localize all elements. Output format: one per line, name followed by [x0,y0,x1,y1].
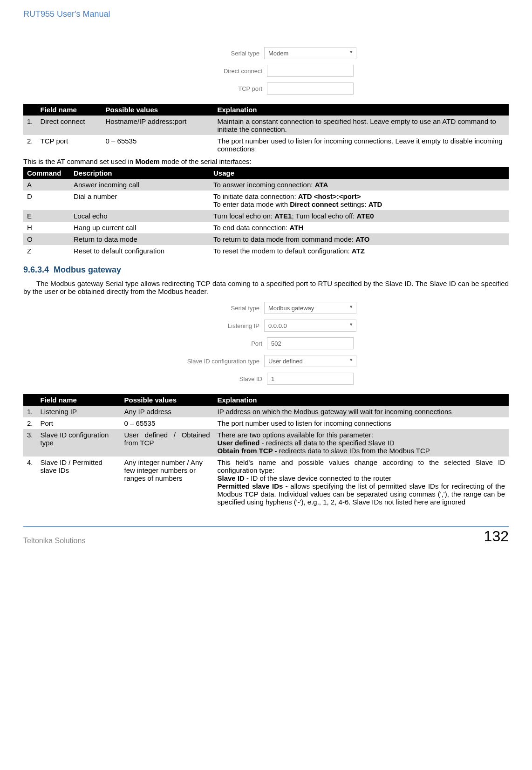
expl-text: - redirects all data to the specified Sl… [259,439,394,447]
serial-type-select[interactable] [264,47,356,59]
cell-num: 3. [23,429,37,457]
table-header-row: Field name Possible values Explanation [23,394,509,406]
col-blank [23,104,37,116]
serial-type-label: Serial type [176,50,259,57]
expl-bold: Obtain from TCP - [218,447,279,455]
serial-type-select[interactable] [264,302,356,314]
cell-usage: To end data connection: ATH [210,222,509,233]
page-header-title: RUT955 User's Manual [23,9,509,19]
at-intro-pre: This is the AT command set used in [23,157,135,165]
expl-bold: Permitted slave IDs [218,482,283,490]
expl-pre: This field's name and possible values ch… [218,458,505,474]
section-number: 9.6.3.4 [23,265,49,274]
cell-cmd: O [23,233,70,245]
cell-num: 4. [23,457,37,508]
slave-cfg-select[interactable] [264,355,356,367]
cell-expl: IP address on which the Modbus gateway w… [214,406,509,417]
cell-expl: This field's name and possible values ch… [214,457,509,508]
cell-field: TCP port [37,135,102,155]
port-input[interactable] [267,337,354,349]
cell-usage: To initiate data connection: ATD <host>:… [210,191,509,210]
cell-field: Slave ID configuration type [37,429,121,457]
col-cmd: Command [23,167,70,179]
usage-bold: ATO [355,235,369,243]
cell-values: Any integer number / Any few integer num… [121,457,214,508]
usage-bold: ATH [289,224,303,232]
expl-pre: There are two options available for this… [218,431,373,439]
cell-values: 0 – 65535 [102,135,214,155]
port-row: Port [178,337,354,349]
modbus-form: Serial type Listening IP Port Slave ID c… [23,302,509,385]
col-desc: Description [70,167,210,179]
usage-bold: ATZ [352,247,365,255]
cell-desc: Return to data mode [70,233,210,245]
page-footer: Teltonika Solutions 132 [23,526,509,545]
table-header-row: Field name Possible values Explanation [23,104,509,116]
cell-field: Slave ID / Permitted slave IDs [37,457,121,508]
cell-values: User defined / Obtained from TCP [121,429,214,457]
usage-mid: ; Turn local echo off: [292,212,356,220]
table-row: A Answer incoming call To answer incomin… [23,179,509,191]
usage-bold2: ATE0 [356,212,374,220]
col-field: Field name [37,104,102,116]
serial-type-select-wrap [264,47,356,59]
col-expl: Explanation [214,394,509,406]
section-paragraph: The Modbus gateway Serial type allows re… [23,279,509,295]
usage-pre: To initiate data connection: [213,192,298,200]
cell-expl: Maintain a constant connection to specif… [214,116,509,135]
col-values: Possible values [102,104,214,116]
usage-pre: To return to data mode from command mode… [213,235,355,243]
col-usage: Usage [210,167,509,179]
table-row: 2. TCP port 0 – 65535 The port number us… [23,135,509,155]
usage-bold: ATD <host>:<port> [298,192,361,200]
expl-bold: User defined [218,439,260,447]
cell-usage: To answer incoming connection: ATA [210,179,509,191]
cell-cmd: D [23,191,70,210]
direct-connect-row: Direct connect [178,65,354,77]
modem-form: Serial type Direct connect TCP port [23,47,509,95]
cell-expl: The port number used to listen for incom… [214,135,509,155]
cell-desc: Answer incoming call [70,179,210,191]
footer-company: Teltonika Solutions [23,535,85,545]
usage-bold: Direct connect [290,200,338,208]
cell-usage: To return to data mode from command mode… [210,233,509,245]
slave-id-input[interactable] [267,373,354,385]
expl-text: redirects data to slave IDs from the Mod… [279,447,430,455]
cell-num: 1. [23,406,37,417]
usage-pre: To reset the modem to default configurat… [213,247,352,255]
at-intro-post: mode of the serial interfaces: [160,157,252,165]
tcp-port-input[interactable] [267,82,354,95]
usage-bold2: ATD [368,200,382,208]
listening-ip-select[interactable] [264,320,356,332]
serial-type-label: Serial type [176,305,259,312]
cell-desc: Reset to default configuration [70,245,210,257]
cell-values: 0 – 65535 [121,417,214,429]
listening-ip-label: Listening IP [176,322,259,329]
table-row: 2. Port 0 – 65535 The port number used t… [23,417,509,429]
col-blank [23,394,37,406]
usage-bold: ATA [315,181,328,189]
slave-cfg-select-wrap [264,355,356,367]
col-values: Possible values [121,394,214,406]
at-commands-table: Command Description Usage A Answer incom… [23,167,509,257]
col-expl: Explanation [214,104,509,116]
table-row: H Hang up current call To end data conne… [23,222,509,233]
usage-mid: To enter data mode with [213,200,290,208]
usage-pre: Turn local echo on: [213,212,274,220]
serial-type-select-wrap [264,302,356,314]
slave-cfg-row: Slave ID configuration type [176,355,356,367]
cell-usage: Turn local echo on: ATE1; Turn local ech… [210,210,509,222]
usage-pre: To answer incoming connection: [213,181,315,189]
cell-desc: Local echo [70,210,210,222]
direct-connect-input[interactable] [267,65,354,77]
footer-page-number: 132 [484,528,509,545]
cell-cmd: H [23,222,70,233]
port-label: Port [178,340,262,347]
cell-num: 1. [23,116,37,135]
tcp-port-label: TCP port [178,85,262,92]
table-row: 1. Direct connect Hostname/IP address:po… [23,116,509,135]
expl-bold: Slave ID [218,474,245,482]
at-intro-bold: Modem [135,157,160,165]
table-row: Z Reset to default configuration To rese… [23,245,509,257]
table-header-row: Command Description Usage [23,167,509,179]
